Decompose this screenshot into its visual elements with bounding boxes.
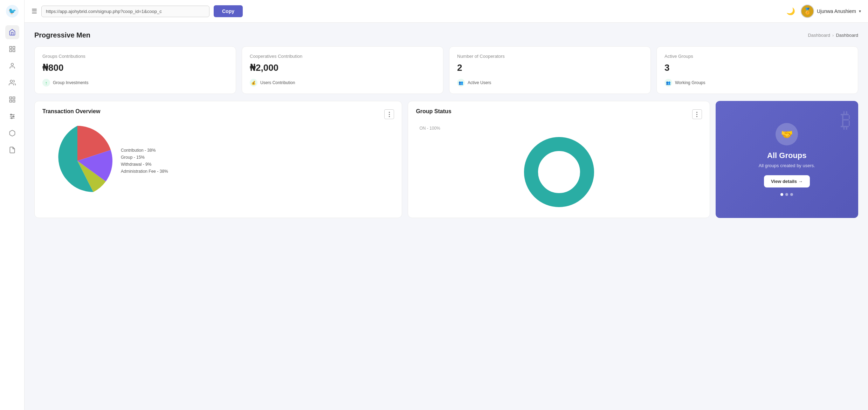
sidebar-item-home[interactable]: [5, 25, 19, 39]
handshake-icon: 🤝: [776, 123, 798, 145]
sidebar-item-file[interactable]: [5, 143, 19, 157]
svg-point-6: [11, 63, 13, 66]
svg-point-15: [11, 114, 12, 115]
users-contribution-icon: 💰: [250, 79, 257, 87]
main-area: ☰ https://app.ajohybrid.com/signup.php?c…: [25, 0, 868, 410]
sidebar-item-grid[interactable]: [5, 42, 19, 56]
stat-value-0: ₦800: [42, 62, 228, 73]
breadcrumb-current: Dashboard: [836, 33, 858, 38]
sidebar-item-apps[interactable]: [5, 93, 19, 107]
svg-rect-4: [13, 50, 15, 52]
sidebar-item-box[interactable]: [5, 126, 19, 140]
pie-label-withdrawal: Withdrawal - 9%: [121, 162, 394, 167]
svg-point-20: [540, 153, 578, 191]
svg-point-7: [10, 80, 13, 83]
moon-icon[interactable]: 🌙: [786, 7, 795, 15]
on-percent-label: ON - 100%: [419, 126, 440, 131]
stat-footer-0: ↑ Group Investments: [42, 79, 228, 87]
svg-point-16: [13, 116, 14, 117]
stat-footer-label-3: Working Groups: [675, 80, 705, 85]
charts-row: Transaction Overview: [34, 101, 858, 218]
stat-card-active-groups: Active Groups 3 👥 Working Groups: [656, 46, 858, 94]
donut-chart: [521, 134, 598, 211]
chevron-down-icon: ▾: [859, 9, 861, 14]
stat-value-1: ₦2,000: [250, 62, 435, 73]
svg-rect-8: [9, 97, 12, 99]
pie-label-group: Group - 15%: [121, 155, 394, 160]
bitcoin-bg-icon: ₿: [841, 108, 851, 132]
topbar-right: 🌙 🏅 Ujunwa Anushiem ▾: [786, 5, 861, 18]
all-groups-card: ₿ 🤝 All Groups All groups created by use…: [716, 101, 858, 218]
stat-label-2: Number of Cooperators: [457, 54, 643, 59]
all-groups-title-suffix: Groups: [777, 151, 806, 160]
stat-label-0: Groups Contributions: [42, 54, 228, 59]
menu-icon[interactable]: ☰: [32, 7, 37, 15]
svg-rect-5: [9, 50, 12, 52]
transaction-overview-title: Transaction Overview: [42, 108, 100, 115]
page-title: Progressive Men: [34, 31, 90, 39]
svg-rect-3: [13, 47, 15, 49]
group-investments-icon: ↑: [42, 79, 50, 87]
sidebar-item-users[interactable]: [5, 76, 19, 90]
content: Progressive Men Dashboard › Dashboard Gr…: [25, 23, 868, 410]
stats-grid: Groups Contributions ₦800 ↑ Group Invest…: [34, 46, 858, 94]
logo: 🐦: [5, 4, 19, 18]
user-menu[interactable]: 🏅 Ujunwa Anushiem ▾: [801, 5, 861, 18]
group-status-kebab-icon[interactable]: [692, 109, 702, 119]
transaction-overview-card: Transaction Overview: [34, 101, 402, 218]
svg-rect-9: [13, 97, 15, 99]
breadcrumb-separator: ›: [832, 33, 834, 38]
pie-label-admin: Administration Fee - 38%: [121, 169, 394, 174]
svg-rect-2: [9, 47, 12, 49]
dot-3[interactable]: [790, 193, 793, 196]
svg-point-17: [11, 117, 12, 118]
sidebar-item-sliders[interactable]: [5, 109, 19, 123]
all-groups-subtitle: All groups created by users.: [759, 163, 815, 168]
view-details-button[interactable]: View details →: [764, 175, 810, 187]
sidebar-item-user[interactable]: [5, 59, 19, 73]
stat-card-groups-contributions: Groups Contributions ₦800 ↑ Group Invest…: [34, 46, 236, 94]
page-header: Progressive Men Dashboard › Dashboard: [34, 31, 858, 39]
carousel-dots: [780, 193, 793, 196]
breadcrumb: Dashboard › Dashboard: [808, 33, 858, 38]
transaction-kebab-icon[interactable]: [384, 109, 394, 119]
url-bar[interactable]: https://app.ajohybrid.com/signup.php?coo…: [41, 6, 209, 17]
group-status-title: Group Status: [416, 108, 451, 115]
active-users-icon: 👥: [457, 79, 465, 87]
dot-1[interactable]: [780, 193, 783, 196]
pie-chart: [42, 126, 112, 196]
stat-value-2: 2: [457, 62, 643, 73]
stat-footer-label-1: Users Contribution: [260, 80, 295, 85]
stat-label-1: Cooperatives Contribution: [250, 54, 435, 59]
pie-label-contribution: Contribution - 38%: [121, 148, 394, 153]
all-groups-title: All Groups: [767, 151, 806, 160]
group-status-card: Group Status ON - 100%: [408, 101, 710, 218]
stat-footer-3: 👥 Working Groups: [664, 79, 850, 87]
stat-label-3: Active Groups: [664, 54, 850, 59]
stat-footer-2: 👥 Active Users: [457, 79, 643, 87]
sidebar: 🐦: [0, 0, 25, 410]
user-name: Ujunwa Anushiem: [817, 8, 856, 14]
stat-footer-1: 💰 Users Contribution: [250, 79, 435, 87]
dot-2[interactable]: [785, 193, 788, 196]
working-groups-icon: 👥: [664, 79, 672, 87]
svg-rect-10: [13, 100, 15, 102]
svg-rect-11: [9, 100, 12, 102]
stat-value-3: 3: [664, 62, 850, 73]
pie-chart-container: Contribution - 38% Group - 15% Withdrawa…: [42, 126, 394, 196]
all-groups-title-prefix: All: [767, 151, 777, 160]
topbar: ☰ https://app.ajohybrid.com/signup.php?c…: [25, 0, 868, 23]
copy-button[interactable]: Copy: [214, 5, 243, 17]
breadcrumb-parent[interactable]: Dashboard: [808, 33, 830, 38]
svg-text:🐦: 🐦: [8, 7, 16, 15]
stat-footer-label-2: Active Users: [468, 80, 491, 85]
stat-card-cooperatives: Cooperatives Contribution ₦2,000 💰 Users…: [242, 46, 443, 94]
stat-card-cooperators: Number of Cooperators 2 👥 Active Users: [449, 46, 651, 94]
avatar: 🏅: [801, 5, 814, 18]
stat-footer-label-0: Group Investments: [53, 80, 88, 85]
